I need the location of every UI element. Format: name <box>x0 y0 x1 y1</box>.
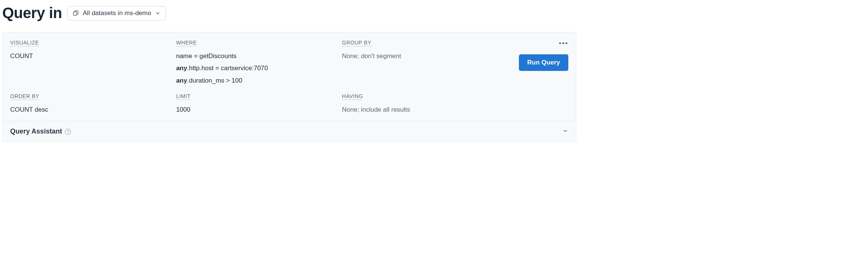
groupby-label: GROUP BY <box>342 40 371 46</box>
chevron-down-icon <box>562 128 568 135</box>
having-section[interactable]: HAVING None; include all results <box>342 93 508 116</box>
dataset-selector[interactable]: All datasets in ms-demo <box>67 6 166 20</box>
groupby-section[interactable]: GROUP BY None; don't segment <box>342 39 508 87</box>
visualize-section[interactable]: VISUALIZE COUNT <box>10 39 176 87</box>
svg-rect-0 <box>74 12 77 15</box>
orderby-value: COUNT desc <box>10 104 176 116</box>
help-icon[interactable]: ? <box>65 129 71 135</box>
query-assistant-title: Query Assistant <box>10 128 62 135</box>
orderby-label: ORDER BY <box>10 93 39 100</box>
query-assistant-toggle[interactable]: Query Assistant ? <box>3 121 576 141</box>
visualize-label: VISUALIZE <box>10 40 39 46</box>
dataset-label: All datasets in ms-demo <box>83 9 151 17</box>
run-query-button[interactable]: Run Query <box>519 54 568 71</box>
query-builder-panel: VISUALIZE COUNT WHERE name = getDiscount… <box>2 32 576 142</box>
where-clause: name = getDiscounts <box>176 50 342 62</box>
dataset-icon <box>73 10 79 16</box>
having-label: HAVING <box>342 93 363 100</box>
having-value: None; include all results <box>342 106 410 113</box>
where-section[interactable]: WHERE name = getDiscountsany.http.host =… <box>176 39 342 87</box>
where-label: WHERE <box>176 40 197 46</box>
where-clause: any.http.host = cartservice:7070 <box>176 62 342 74</box>
limit-label: LIMIT <box>176 93 191 100</box>
limit-section[interactable]: LIMIT 1000 <box>176 93 342 116</box>
chevron-down-icon <box>155 11 160 16</box>
orderby-section[interactable]: ORDER BY COUNT desc <box>10 93 176 116</box>
groupby-value: None; don't segment <box>342 52 401 60</box>
page-title: Query in <box>2 5 62 22</box>
limit-value: 1000 <box>176 104 342 116</box>
visualize-value: COUNT <box>10 50 176 62</box>
where-values: name = getDiscountsany.http.host = carts… <box>176 50 342 87</box>
where-clause: any.duration_ms > 100 <box>176 75 342 87</box>
more-options-icon[interactable]: ••• <box>559 39 568 48</box>
